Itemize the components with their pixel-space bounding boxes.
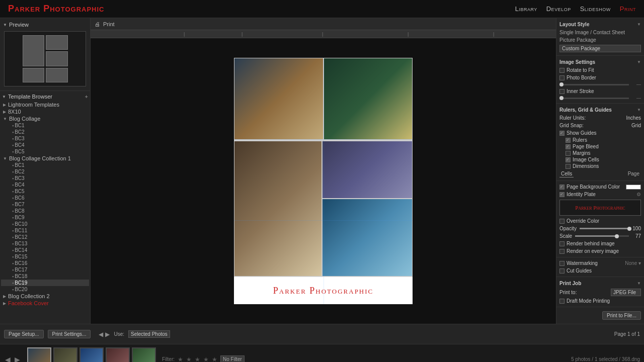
tree-bcc1-bc8[interactable]: ▪ BC8 [1,208,89,214]
tree-bcc1-bc14[interactable]: ▪ BC14 [1,247,89,253]
nav-print[interactable]: Print [620,5,636,13]
tree-blog-collection1[interactable]: ▼ Blog Collage Collection 1 [1,155,89,162]
bottom-toolbar: Page Setup... Print Settings... ◀ ▶ Use:… [0,324,644,344]
print-job-label: Print Job [559,281,581,286]
tree-blog-collage[interactable]: ▼ Blog Collage [1,115,89,122]
inner-stroke-checkbox[interactable] [559,89,565,94]
next-page-button[interactable]: ▶ [105,331,110,338]
guide-margins-checkbox[interactable] [566,151,571,156]
picture-package-label[interactable]: Picture Package [559,37,596,43]
page-tab[interactable]: Page [626,170,641,177]
opacity-slider[interactable] [580,228,629,229]
tree-bc2[interactable]: ▪ BC2 [1,129,89,135]
tree-bcc1-bc16[interactable]: ▪ BC16 [1,260,89,266]
print-to-file-button[interactable]: Print to File... [602,311,641,320]
identity-plate-box[interactable]: Parker Photographic [559,200,641,216]
rulers-header[interactable]: Rulers, Grid & Guides ▼ [559,106,641,114]
print-job-header[interactable]: Print Job ▼ [559,279,641,288]
inner-stroke-slider[interactable] [559,98,629,99]
layout-style-header[interactable]: Layout Style ▼ [559,20,641,29]
tree-bcc1-bc6[interactable]: ▪ BC6 [1,195,89,201]
photo-border-checkbox[interactable] [559,75,565,80]
use-dropdown[interactable]: Selected Photos [128,330,170,338]
filter-label: Filter: [162,356,175,362]
filmstrip-thumb-1[interactable] [27,347,51,363]
tree-bcc1-bc19[interactable]: ▪ BC19 [1,280,89,286]
print-to-row: Print to: JPEG File [559,288,641,297]
tree-lightroom-templates[interactable]: ▶ Lightroom Templates [1,101,89,108]
tree-bcc1-bc15[interactable]: ▪ BC15 [1,253,89,260]
tree-bcc1-bc17[interactable]: ▪ BC17 [1,266,89,273]
filmstrip-thumb-4[interactable] [106,347,130,363]
tree-bc3[interactable]: ▪ BC3 [1,135,89,142]
tree-bc5[interactable]: ▪ BC5 [1,148,89,155]
print-to-button[interactable]: JPEG File [611,289,641,296]
draft-mode-checkbox[interactable] [559,299,565,304]
tree-bcc1-bc12[interactable]: ▪ BC12 [1,234,89,240]
guide-rulers-checkbox[interactable] [566,138,571,143]
image-settings-header[interactable]: Image Settings ▼ [559,58,641,66]
tree-bcc1-bc5[interactable]: ▪ BC5 [1,188,89,195]
cut-guides-checkbox[interactable] [559,268,565,274]
render-behind-checkbox[interactable] [559,241,565,246]
page-bg-checkbox[interactable] [559,185,565,190]
identity-plate-checkbox[interactable] [559,192,565,197]
nav-slideshow[interactable]: Slideshow [580,5,611,13]
tree-bcc1-bc13[interactable]: ▪ BC13 [1,240,89,247]
nav-library[interactable]: Library [515,5,537,13]
tree-blog-collection2[interactable]: ▶ Blog Collection 2 [1,293,89,300]
tree-bcc1-bc4[interactable]: ▪ BC4 [1,182,89,188]
watermarking-checkbox[interactable] [559,261,565,266]
filmstrip-prev[interactable]: ◀ [4,355,12,363]
render-every-checkbox[interactable] [559,249,565,254]
rotate-fit-checkbox[interactable] [559,68,565,73]
tree-8x10[interactable]: ▶ 8X10 [1,108,89,115]
star-4[interactable]: ★ [203,356,209,363]
guide-image-cells-row: Image Cells [559,156,641,163]
page-bg-color-swatch[interactable] [626,185,641,190]
filmstrip-thumb-2[interactable] [53,347,77,363]
show-guides-checkbox[interactable] [559,131,565,136]
identity-plate-settings[interactable]: ⚙ [636,192,641,197]
tree-bcc1-bc10[interactable]: ▪ BC10 [1,221,89,227]
opacity-row: Opacity 100 [559,225,641,232]
app-title: Parker Photographic [8,4,105,14]
filmstrip-next[interactable]: ▶ [14,355,21,363]
tree-bcc1-bc11[interactable]: ▪ BC11 [1,227,89,234]
tree-bcc1-bc18[interactable]: ▪ BC18 [1,273,89,280]
override-color-checkbox[interactable] [559,219,565,224]
guide-image-cells-checkbox[interactable] [566,157,571,162]
tree-bc4[interactable]: ▪ BC4 [1,142,89,148]
filmstrip-thumb-5[interactable] [132,347,156,363]
tree-bcc1-bc3[interactable]: ▪ BC3 [1,175,89,182]
star-5[interactable]: ★ [212,356,217,363]
prev-page-button[interactable]: ◀ [99,331,103,338]
scale-slider[interactable] [575,235,629,237]
cells-tab[interactable]: Cells [559,170,574,177]
guide-bleed-checkbox[interactable] [566,144,571,149]
filmstrip-thumb-3[interactable] [79,347,104,363]
nav-develop[interactable]: Develop [546,5,571,13]
tree-bc1[interactable]: ▪ BC1 [1,122,89,129]
tree-bcc1-bc20[interactable]: ▪ BC20 [1,286,89,293]
tree-bcc1-bc1[interactable]: ▪ BC1 [1,162,89,168]
tree-arrow-fb: ▶ [3,301,6,306]
inner-stroke-value: — [631,96,641,101]
single-image-label[interactable]: Single Image / Contact Sheet [559,30,625,35]
add-template-button[interactable]: + [85,94,88,100]
star-3[interactable]: ★ [195,356,200,363]
template-browser-header[interactable]: ▼ Template Browser + [1,92,89,101]
print-settings-button[interactable]: Print Settings... [48,330,91,338]
tree-bcc1-bc2[interactable]: ▪ BC2 [1,168,89,175]
guide-dimensions-checkbox[interactable] [566,164,571,169]
no-filter-badge[interactable]: No Filter [220,355,245,362]
star-1[interactable]: ★ [178,356,183,363]
tree-facebook-cover[interactable]: ▶ Facebook Cover [1,300,89,307]
tree-bcc1-bc9[interactable]: ▪ BC9 [1,214,89,221]
star-2[interactable]: ★ [186,356,192,363]
tree-bcc1-bc7[interactable]: ▪ BC7 [1,201,89,208]
photo-border-slider[interactable] [559,84,629,85]
custom-package-button[interactable]: Custom Package [559,45,641,52]
preview-header[interactable]: ▼ Preview [2,20,88,29]
page-setup-button[interactable]: Page Setup... [4,330,44,338]
